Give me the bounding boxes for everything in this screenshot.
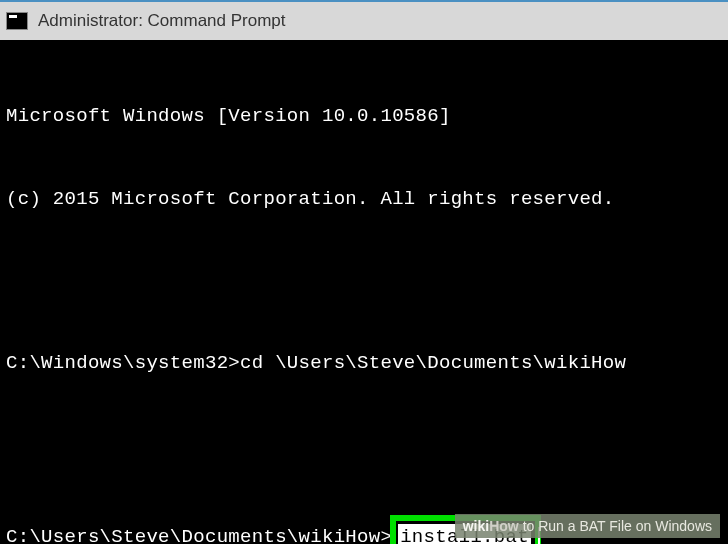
command-line-1: C:\Windows\system32>cd \Users\Steve\Docu… (6, 350, 722, 378)
blank-line (6, 433, 722, 460)
version-line: Microsoft Windows [Version 10.0.10586] (6, 103, 722, 131)
watermark-wiki: wiki (463, 518, 489, 534)
wikihow-watermark: wikiHow to Run a BAT File on Windows (455, 514, 720, 538)
command-1: cd \Users\Steve\Documents\wikiHow (240, 352, 626, 374)
copyright-line: (c) 2015 Microsoft Corporation. All righ… (6, 186, 722, 214)
terminal-output[interactable]: Microsoft Windows [Version 10.0.10586] (… (0, 40, 728, 544)
watermark-how: How (489, 518, 519, 534)
prompt-1: C:\Windows\system32> (6, 352, 240, 374)
prompt-2: C:\Users\Steve\Documents\wikiHow> (6, 526, 392, 544)
blank-line (6, 268, 722, 295)
window-title: Administrator: Command Prompt (38, 11, 286, 31)
cmd-icon (6, 12, 28, 30)
watermark-title: to Run a BAT File on Windows (519, 518, 712, 534)
window-titlebar[interactable]: Administrator: Command Prompt (0, 0, 728, 40)
